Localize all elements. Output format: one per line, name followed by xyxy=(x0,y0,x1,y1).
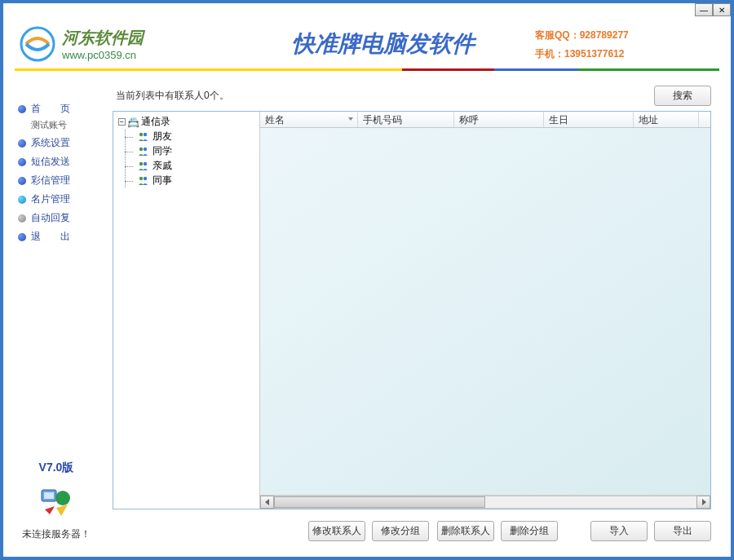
tree-item-label: 朋友 xyxy=(153,130,172,143)
sidebar-item-label: 彩信管理 xyxy=(31,174,70,187)
logo-url: www.pc0359.cn xyxy=(62,49,144,61)
people-icon xyxy=(138,176,149,186)
bullet-icon xyxy=(18,196,26,204)
logo-title: 河东软件园 xyxy=(62,27,144,49)
import-button[interactable]: 导入 xyxy=(590,521,648,541)
sidebar: 首 页测试账号系统设置短信发送彩信管理名片管理自动回复退 出 V7.0版 未连接… xyxy=(3,71,109,556)
version-label: V7.0版 xyxy=(39,461,74,475)
sidebar-item-1[interactable]: 系统设置 xyxy=(18,136,109,150)
tree-root-label[interactable]: 通信录 xyxy=(141,115,170,129)
sidebar-item-5[interactable]: 自动回复 xyxy=(18,211,109,225)
column-header[interactable]: 地址 xyxy=(634,112,699,127)
sidebar-item-label: 名片管理 xyxy=(31,192,70,206)
sidebar-item-2[interactable]: 短信发送 xyxy=(18,155,109,169)
minimize-button[interactable]: — xyxy=(695,3,713,16)
logo-icon xyxy=(20,26,55,62)
svg-point-11 xyxy=(144,176,147,179)
svg-point-7 xyxy=(144,147,147,150)
column-header[interactable]: 手机号码 xyxy=(358,112,454,127)
sidebar-item-4[interactable]: 名片管理 xyxy=(18,192,109,206)
people-icon xyxy=(138,132,149,142)
people-icon xyxy=(138,161,149,171)
sidebar-item-label: 自动回复 xyxy=(31,211,70,225)
svg-point-6 xyxy=(139,147,143,150)
bullet-icon xyxy=(18,105,26,113)
table-header: 姓名手机号码称呼生日地址 xyxy=(260,112,710,128)
tree-collapse-icon[interactable]: − xyxy=(118,118,126,126)
close-button[interactable]: ✕ xyxy=(713,3,731,16)
delete-group-button[interactable]: 删除分组 xyxy=(501,521,558,541)
sidebar-item-label: 首 页 xyxy=(31,102,70,116)
bullet-icon xyxy=(18,233,26,241)
column-header[interactable]: 姓名 xyxy=(260,112,358,127)
bullet-icon xyxy=(18,139,26,148)
header-bar: 河东软件园 www.pc0359.cn 快准牌电脑发软件 客服QQ：928789… xyxy=(3,20,731,68)
tree-item-label: 亲戚 xyxy=(153,159,172,173)
tree-item-2[interactable]: 亲戚 xyxy=(131,159,254,173)
scroll-left-icon[interactable] xyxy=(260,496,274,509)
table-body xyxy=(260,128,710,495)
tree-item-3[interactable]: 同事 xyxy=(131,174,254,187)
sidebar-item-0[interactable]: 首 页 xyxy=(18,102,109,116)
svg-point-10 xyxy=(139,176,143,179)
contact-count-text: 当前列表中有联系人0个。 xyxy=(113,89,654,103)
delete-contact-button[interactable]: 删除联系人 xyxy=(437,521,494,541)
edit-contact-button[interactable]: 修改联系人 xyxy=(308,521,365,541)
edit-group-button[interactable]: 修改分组 xyxy=(372,521,429,541)
contact-tree: − 📇 通信录 朋友同学亲戚同事 xyxy=(113,112,260,509)
column-header[interactable]: 生日 xyxy=(544,112,634,127)
svg-point-8 xyxy=(139,161,143,165)
tree-item-label: 同学 xyxy=(153,144,172,158)
server-status-icon xyxy=(40,485,73,518)
sidebar-sub-label: 测试账号 xyxy=(31,119,109,131)
svg-point-9 xyxy=(144,161,147,165)
search-button[interactable]: 搜索 xyxy=(654,86,711,106)
scroll-thumb[interactable] xyxy=(274,496,485,508)
svg-point-4 xyxy=(139,132,143,135)
people-icon xyxy=(138,147,149,157)
sidebar-item-label: 系统设置 xyxy=(31,136,70,150)
bullet-icon xyxy=(18,214,26,223)
svg-point-3 xyxy=(55,491,70,505)
tree-item-1[interactable]: 同学 xyxy=(131,144,254,158)
svg-point-5 xyxy=(144,132,147,135)
folder-icon: 📇 xyxy=(127,117,139,128)
sidebar-item-3[interactable]: 彩信管理 xyxy=(18,174,109,187)
app-title: 快准牌电脑发软件 xyxy=(232,29,535,60)
export-button[interactable]: 导出 xyxy=(654,521,711,541)
column-header[interactable]: 称呼 xyxy=(454,112,544,127)
tree-item-label: 同事 xyxy=(153,174,172,187)
bullet-icon xyxy=(18,158,26,166)
contact-phone: 手机：13951377612 xyxy=(535,46,714,61)
svg-rect-2 xyxy=(44,492,54,499)
horizontal-scrollbar[interactable] xyxy=(260,495,710,509)
bullet-icon xyxy=(18,177,26,185)
sidebar-item-label: 短信发送 xyxy=(31,155,70,169)
server-status-text: 未连接服务器！ xyxy=(22,527,91,541)
contact-qq: 客服QQ：928789277 xyxy=(535,27,714,42)
sidebar-item-label: 退 出 xyxy=(31,230,70,244)
tree-item-0[interactable]: 朋友 xyxy=(131,130,254,143)
scroll-right-icon[interactable] xyxy=(696,496,710,509)
sidebar-item-6[interactable]: 退 出 xyxy=(18,230,109,244)
